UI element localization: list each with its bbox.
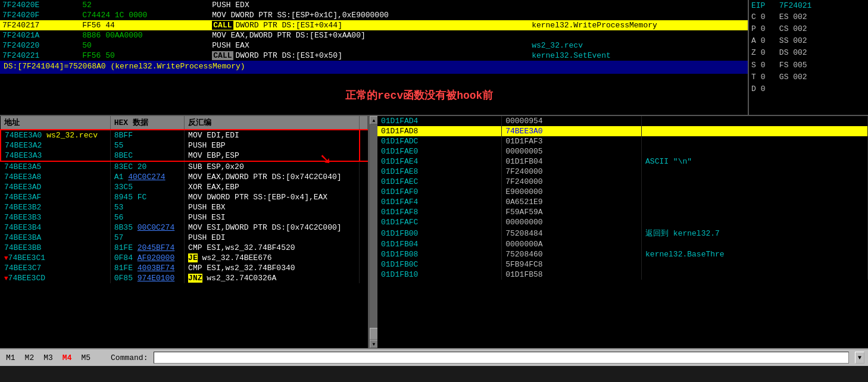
main-row-hex: 8BEC [110,151,184,161]
command-input[interactable] [154,352,849,364]
scroll-indicator[interactable] [370,328,378,340]
row-hex: 52 [80,0,210,10]
main-row-hex: 8945 FC [110,192,184,202]
row-asm: CALLDWORD PTR DS:[ESI+0x44] [210,20,529,30]
call-label: CALL [212,51,233,60]
row-hex: FF56 44 [80,20,210,30]
stack-addr: 01D1FAE0 [377,146,502,156]
stack-val: 00000005 [502,146,642,156]
main-disasm-row: 74BEE3C781FE 4003BF74CMP ESI,ws2_32.74BF… [1,263,368,273]
main-row-hex: 81FE 2045BF74 [110,243,184,253]
stack-comment [642,177,868,187]
main-row-addr: ▼74BEE3CD [1,273,110,283]
tab-m5[interactable]: M5 [79,352,93,364]
stack-val: 01D1FB58 [502,270,642,280]
scroll-down-arrow[interactable]: ▼ [370,340,378,348]
stack-row: 01D1FB0875208460kernel32.BaseThre [377,249,868,259]
top-disasm-row: 7F24022050PUSH EAXws2_32.recv [0,40,748,51]
row-comment: kernel32.WriteProcessMemory [529,20,748,30]
reg-line: D 0 [751,83,866,95]
row-asm: MOV EAX,DWORD PTR DS:[ESI+0xAA00] [210,30,529,40]
stack-row: 01D1FAE87F240000 [377,167,868,177]
stack-comment [642,207,868,217]
stack-addr: 01D1FAF4 [377,197,502,207]
main-row-hex: 8B35 00C0C274 [110,223,184,233]
stack-addr: 01D1FAE8 [377,167,502,177]
main-row-addr: 74BEE3A5 [1,161,110,172]
stack-row: 01D1FB0075208484返回到 kernel32.7 [377,227,868,239]
row-addr: 7F240220 [0,40,80,51]
stack-comment [642,187,868,197]
eip-label: EIP [751,1,765,10]
main-disasm-row: 74BEE3AD33C5XOR EAX,EBP [1,182,368,192]
stack-row: 01D1FAD874BEE3A0ws2_32.recv [377,126,868,136]
stack-val: 0A6521E9 [502,197,642,207]
stack-addr: 01D1FAF8 [377,207,502,217]
main-row-addr: ▼74BEE3C1 [1,253,110,263]
stack-row: 01D1FB040000000A [377,239,868,249]
tab-m1[interactable]: M1 [4,352,18,364]
stack-addr: 01D1FAFC [377,217,502,227]
stack-val: 01D1FAF3 [502,136,642,146]
row-comment [529,10,748,20]
main-row-asm: CMP ESI,ws2_32.74BF4520 [185,243,360,253]
registers-panel: EIP 7F24021 C 0 ES 002P 0 CS 002A 0 SS 0… [749,0,868,115]
main-row-asm: CMP ESI,ws2_32.74BF0340 [185,263,360,273]
row-comment: ws2_32.recv [529,40,748,51]
status-bar: DS:[7F241044]=752068A0 (kernel32.WritePr… [0,61,748,74]
stack-val: 00000000 [502,217,642,227]
command-dropdown[interactable]: ▼ [855,352,864,364]
chinese-annotation: 正常的recv函数没有被hook前 [345,88,493,102]
main-disasm-row: 74BEE3BA57PUSH EDI [1,233,368,243]
stack-addr: 01D1FAD4 [377,116,502,126]
main-row-addr: 74BEE3B4 [1,223,110,233]
top-disasm-row: 7F24021A8B86 00AA0000MOV EAX,DWORD PTR D… [0,30,748,40]
disasm-header: 地址 HEX 数据 反汇编 [1,116,368,130]
bottom-bar: M1M2M3M4M5 Command: ▼ [0,348,868,366]
col-addr: 地址 [1,116,110,130]
main-row-asm: SUB ESP,0x20 [185,161,360,172]
main-row-asm: JNZ ws2_32.74C0326A [185,273,360,283]
main-row-hex: 0F85 974E0100 [110,273,184,283]
row-asm: MOV DWORD PTR SS:[ESP+0x1C],0xE9000000 [210,10,529,20]
main-row-hex: A1 40C0C274 [110,172,184,182]
main-row-addr: 74BEE3B3 [1,212,110,223]
stack-comment: 返回到 kernel32.7 [642,227,868,239]
main-row-addr: 74BEE3C7 [1,263,110,273]
row-comment [529,0,748,10]
reg-line: Z 0 DS 002 [751,47,866,59]
main-row-asm: MOV EBP,ESP [185,151,360,161]
scroll-track [370,124,377,328]
main-row-asm: MOV DWORD PTR SS:[EBP-0x4],EAX [185,192,360,202]
row-hex: 8B86 00AA0000 [80,30,210,40]
main-disasm-row: 74BEE3BB81FE 2045BF74CMP ESI,ws2_32.74BF… [1,243,368,253]
main-row-hex: 0F84 AF020000 [110,253,184,263]
stack-val: 5FB94FC8 [502,259,642,270]
main-row-hex: 81FE 4003BF74 [110,263,184,273]
main-disasm-row: 74BEE3B48B35 00C0C274MOV ESI,DWORD PTR D… [1,223,368,233]
stack-comment [642,167,868,177]
tab-m3[interactable]: M3 [41,352,55,364]
tab-m2[interactable]: M2 [23,352,37,364]
main-disasm-scrollbar[interactable]: ▲ ▼ [369,116,377,348]
stack-val: 74BEE3A0 [502,126,642,136]
stack-comment [642,146,868,156]
stack-val: 0000000A [502,239,642,249]
stack-val: 75208484 [502,227,642,239]
row-asm: PUSH EAX [210,40,529,51]
main-row-addr: 74BEE3A0 ws2_32.recv [1,130,110,140]
main-row-addr: 74BEE3A8 [1,172,110,182]
tab-m4[interactable]: M4 [60,352,74,364]
reg-line: A 0 SS 002 [751,35,866,47]
row-addr: 7F24020F [0,10,80,20]
main-row-asm: PUSH ESI [185,212,360,223]
top-disasm-row: 7F24020FC74424 1C 0000MOV DWORD PTR SS:[… [0,10,748,20]
scroll-up-arrow[interactable]: ▲ [370,116,378,124]
stack-row: 01D1FB1001D1FB58 [377,270,868,280]
stack-val: 00000954 [502,116,642,126]
stack-row: 01D1FAE000000005 [377,146,868,156]
main-disasm-row: 74BEE3A38BECMOV EBP,ESP [1,151,368,161]
stack-addr: 01D1FB04 [377,239,502,249]
reg-line: S 0 FS 005 [751,60,866,71]
main-row-addr: 74BEE3A3 [1,151,110,161]
